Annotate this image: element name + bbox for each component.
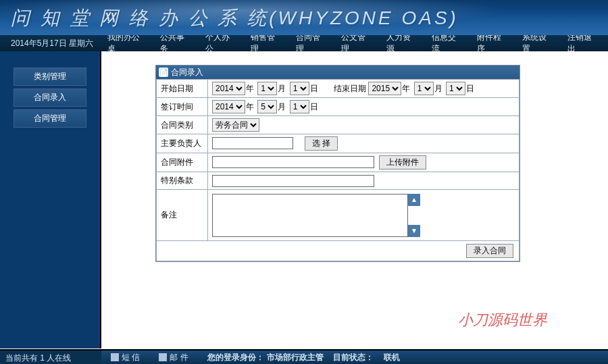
upload-button[interactable]: 上传附件 bbox=[379, 155, 426, 170]
sidebar-contract-entry[interactable]: 合同录入 bbox=[14, 88, 86, 107]
main-area: 类别管理 合同录入 合同管理 📄 合同录入 开始日期 2014年 1月 1日 结… bbox=[0, 51, 608, 348]
end-year-select[interactable]: 2015 bbox=[368, 82, 401, 95]
app-title: 问 知 堂 网 络 办 公 系 统(WHYZONE OAS) bbox=[11, 5, 459, 31]
select-button[interactable]: 选 择 bbox=[305, 136, 338, 151]
watermark: 小刀源码世界 bbox=[458, 310, 547, 330]
label-responsible: 主要负责人 bbox=[157, 134, 208, 153]
footer-identity: 您的登录身份：市场部行政主管 目前状态： 联机 bbox=[198, 352, 409, 363]
form-title: 合同录入 bbox=[171, 67, 203, 78]
sidebar: 类别管理 合同录入 合同管理 bbox=[0, 51, 101, 348]
sidebar-contract-mgmt[interactable]: 合同管理 bbox=[14, 109, 86, 128]
contract-entry-form: 📄 合同录入 开始日期 2014年 1月 1日 结束日期 2015年 1月 1日 bbox=[155, 65, 520, 262]
sms-icon bbox=[111, 353, 119, 361]
status-bar: 当前共有 1 人在线 短 信 邮 件 您的登录身份：市场部行政主管 目前状态： … bbox=[0, 349, 608, 364]
remark-textarea[interactable] bbox=[212, 194, 408, 237]
label-remark: 备注 bbox=[157, 190, 208, 241]
mail-icon bbox=[159, 353, 167, 361]
current-date: 2014年5月17日 星期六 bbox=[3, 38, 100, 49]
form-title-bar: 📄 合同录入 bbox=[156, 66, 520, 79]
scroll-up-icon[interactable]: ▲ bbox=[408, 194, 420, 206]
start-month-select[interactable]: 1 bbox=[257, 82, 277, 95]
online-count: 当前共有 1 人在线 bbox=[0, 350, 101, 364]
content-area: 📄 合同录入 开始日期 2014年 1月 1日 结束日期 2015年 1月 1日 bbox=[101, 51, 608, 348]
start-day-select[interactable]: 1 bbox=[290, 82, 309, 95]
label-sign-time: 签订时间 bbox=[157, 98, 208, 116]
submit-button[interactable]: 录入合同 bbox=[466, 244, 513, 258]
special-terms-input[interactable] bbox=[212, 175, 374, 187]
label-start-date: 开始日期 bbox=[157, 80, 208, 98]
attachment-input[interactable] bbox=[212, 156, 374, 168]
responsible-input[interactable] bbox=[212, 137, 293, 149]
label-end-date: 结束日期 bbox=[326, 83, 366, 95]
label-attachment: 合同附件 bbox=[157, 153, 208, 172]
end-month-select[interactable]: 1 bbox=[414, 82, 434, 95]
footer-mail[interactable]: 邮 件 bbox=[149, 352, 197, 363]
sign-day-select[interactable]: 1 bbox=[290, 100, 309, 113]
top-bar: 2014年5月17日 星期六 我的办公桌 公共事务 个人办公 销售管理 合同管理… bbox=[0, 35, 608, 51]
end-day-select[interactable]: 1 bbox=[446, 82, 465, 95]
form-icon: 📄 bbox=[159, 68, 168, 77]
label-special-terms: 特别条款 bbox=[157, 172, 208, 190]
app-header: 问 知 堂 网 络 办 公 系 统(WHYZONE OAS) bbox=[0, 0, 608, 35]
contract-type-select[interactable]: 劳务合同 bbox=[212, 118, 259, 132]
scroll-down-icon[interactable]: ▼ bbox=[408, 225, 420, 237]
start-year-select[interactable]: 2014 bbox=[212, 82, 245, 95]
sign-year-select[interactable]: 2014 bbox=[212, 100, 245, 113]
sign-month-select[interactable]: 5 bbox=[257, 100, 277, 113]
footer-sms[interactable]: 短 信 bbox=[101, 352, 149, 363]
label-contract-type: 合同类别 bbox=[157, 116, 208, 134]
sidebar-category-mgmt[interactable]: 类别管理 bbox=[14, 68, 86, 86]
